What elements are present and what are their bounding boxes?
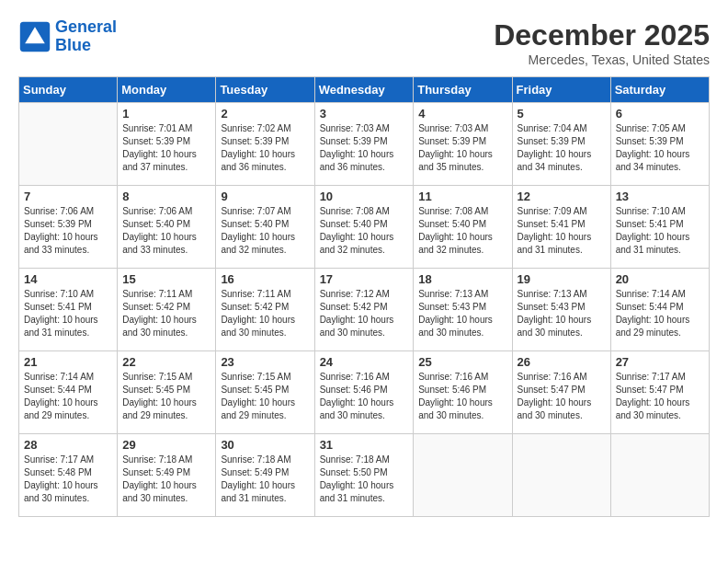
day-number: 1 xyxy=(122,107,210,121)
day-number: 14 xyxy=(24,272,112,286)
weekday-header-wednesday: Wednesday xyxy=(314,77,414,103)
calendar-cell: 7Sunrise: 7:06 AM Sunset: 5:39 PM Daylig… xyxy=(19,186,118,269)
day-number: 27 xyxy=(616,355,704,369)
day-info: Sunrise: 7:18 AM Sunset: 5:50 PM Dayligh… xyxy=(320,454,409,505)
day-number: 16 xyxy=(221,272,309,286)
day-number: 29 xyxy=(122,438,210,452)
title-area: December 2025 Mercedes, Texas, United St… xyxy=(494,18,710,67)
day-number: 21 xyxy=(24,355,112,369)
day-number: 6 xyxy=(616,107,704,121)
calendar-cell: 20Sunrise: 7:14 AM Sunset: 5:44 PM Dayli… xyxy=(610,269,709,351)
day-info: Sunrise: 7:18 AM Sunset: 5:49 PM Dayligh… xyxy=(122,454,210,505)
day-number: 26 xyxy=(518,355,606,369)
weekday-header-row: SundayMondayTuesdayWednesdayThursdayFrid… xyxy=(19,77,710,103)
calendar-cell: 25Sunrise: 7:16 AM Sunset: 5:46 PM Dayli… xyxy=(414,351,512,434)
calendar-cell: 5Sunrise: 7:04 AM Sunset: 5:39 PM Daylig… xyxy=(512,103,610,186)
day-info: Sunrise: 7:10 AM Sunset: 5:41 PM Dayligh… xyxy=(24,288,112,339)
calendar-cell: 21Sunrise: 7:14 AM Sunset: 5:44 PM Dayli… xyxy=(19,351,118,434)
day-info: Sunrise: 7:06 AM Sunset: 5:39 PM Dayligh… xyxy=(24,205,112,257)
day-number: 9 xyxy=(221,190,309,203)
day-info: Sunrise: 7:07 AM Sunset: 5:40 PM Dayligh… xyxy=(221,205,309,257)
day-number: 13 xyxy=(616,190,704,203)
day-number: 19 xyxy=(518,272,606,286)
day-info: Sunrise: 7:05 AM Sunset: 5:39 PM Dayligh… xyxy=(616,122,704,174)
day-info: Sunrise: 7:06 AM Sunset: 5:40 PM Dayligh… xyxy=(122,205,210,257)
day-info: Sunrise: 7:15 AM Sunset: 5:45 PM Dayligh… xyxy=(122,371,210,422)
calendar-cell xyxy=(19,103,118,186)
calendar-cell: 6Sunrise: 7:05 AM Sunset: 5:39 PM Daylig… xyxy=(610,103,709,186)
calendar-cell: 24Sunrise: 7:16 AM Sunset: 5:46 PM Dayli… xyxy=(314,351,414,434)
calendar-cell: 19Sunrise: 7:13 AM Sunset: 5:43 PM Dayli… xyxy=(512,269,610,351)
day-number: 28 xyxy=(24,438,112,452)
calendar-cell: 26Sunrise: 7:16 AM Sunset: 5:47 PM Dayli… xyxy=(512,351,610,434)
day-number: 5 xyxy=(518,107,606,121)
calendar-cell: 28Sunrise: 7:17 AM Sunset: 5:48 PM Dayli… xyxy=(19,434,118,517)
calendar-cell: 13Sunrise: 7:10 AM Sunset: 5:41 PM Dayli… xyxy=(610,186,709,269)
calendar-cell: 1Sunrise: 7:01 AM Sunset: 5:39 PM Daylig… xyxy=(118,103,216,186)
logo: General Blue xyxy=(18,18,117,55)
calendar-week-5: 28Sunrise: 7:17 AM Sunset: 5:48 PM Dayli… xyxy=(19,434,710,517)
day-info: Sunrise: 7:04 AM Sunset: 5:39 PM Dayligh… xyxy=(518,122,606,174)
weekday-header-friday: Friday xyxy=(512,77,610,103)
day-info: Sunrise: 7:08 AM Sunset: 5:40 PM Dayligh… xyxy=(320,205,409,257)
calendar-cell: 15Sunrise: 7:11 AM Sunset: 5:42 PM Dayli… xyxy=(118,269,216,351)
day-info: Sunrise: 7:11 AM Sunset: 5:42 PM Dayligh… xyxy=(122,288,210,339)
day-info: Sunrise: 7:03 AM Sunset: 5:39 PM Dayligh… xyxy=(320,122,409,174)
calendar-cell: 29Sunrise: 7:18 AM Sunset: 5:49 PM Dayli… xyxy=(118,434,216,517)
calendar-cell: 2Sunrise: 7:02 AM Sunset: 5:39 PM Daylig… xyxy=(216,103,314,186)
calendar-cell: 22Sunrise: 7:15 AM Sunset: 5:45 PM Dayli… xyxy=(118,351,216,434)
day-number: 8 xyxy=(122,190,210,203)
day-info: Sunrise: 7:15 AM Sunset: 5:45 PM Dayligh… xyxy=(221,371,309,422)
weekday-header-sunday: Sunday xyxy=(19,77,118,103)
calendar-cell: 9Sunrise: 7:07 AM Sunset: 5:40 PM Daylig… xyxy=(216,186,314,269)
calendar-week-4: 21Sunrise: 7:14 AM Sunset: 5:44 PM Dayli… xyxy=(19,351,710,434)
day-number: 7 xyxy=(24,190,112,203)
day-number: 23 xyxy=(221,355,309,369)
calendar-cell: 17Sunrise: 7:12 AM Sunset: 5:42 PM Dayli… xyxy=(314,269,414,351)
calendar-cell: 14Sunrise: 7:10 AM Sunset: 5:41 PM Dayli… xyxy=(19,269,118,351)
calendar-cell: 31Sunrise: 7:18 AM Sunset: 5:50 PM Dayli… xyxy=(314,434,414,517)
day-info: Sunrise: 7:14 AM Sunset: 5:44 PM Dayligh… xyxy=(24,371,112,422)
day-info: Sunrise: 7:13 AM Sunset: 5:43 PM Dayligh… xyxy=(418,288,506,339)
day-number: 25 xyxy=(418,355,506,369)
calendar-cell: 18Sunrise: 7:13 AM Sunset: 5:43 PM Dayli… xyxy=(414,269,512,351)
calendar-table: SundayMondayTuesdayWednesdayThursdayFrid… xyxy=(18,76,710,517)
weekday-header-thursday: Thursday xyxy=(414,77,512,103)
calendar-cell: 23Sunrise: 7:15 AM Sunset: 5:45 PM Dayli… xyxy=(216,351,314,434)
day-info: Sunrise: 7:14 AM Sunset: 5:44 PM Dayligh… xyxy=(616,288,704,339)
logo-text: General Blue xyxy=(55,18,117,55)
location: Mercedes, Texas, United States xyxy=(494,52,710,67)
logo-icon xyxy=(18,20,51,53)
day-info: Sunrise: 7:01 AM Sunset: 5:39 PM Dayligh… xyxy=(122,122,210,174)
day-info: Sunrise: 7:12 AM Sunset: 5:42 PM Dayligh… xyxy=(320,288,409,339)
calendar-cell: 27Sunrise: 7:17 AM Sunset: 5:47 PM Dayli… xyxy=(610,351,709,434)
day-info: Sunrise: 7:17 AM Sunset: 5:48 PM Dayligh… xyxy=(24,454,112,505)
day-number: 20 xyxy=(616,272,704,286)
weekday-header-monday: Monday xyxy=(118,77,216,103)
day-number: 22 xyxy=(122,355,210,369)
day-number: 12 xyxy=(518,190,606,203)
day-info: Sunrise: 7:02 AM Sunset: 5:39 PM Dayligh… xyxy=(221,122,309,174)
day-number: 3 xyxy=(320,107,409,121)
weekday-header-saturday: Saturday xyxy=(610,77,709,103)
calendar-cell xyxy=(610,434,709,517)
day-info: Sunrise: 7:18 AM Sunset: 5:49 PM Dayligh… xyxy=(221,454,309,505)
calendar-cell: 11Sunrise: 7:08 AM Sunset: 5:40 PM Dayli… xyxy=(414,186,512,269)
calendar-cell: 16Sunrise: 7:11 AM Sunset: 5:42 PM Dayli… xyxy=(216,269,314,351)
calendar-week-3: 14Sunrise: 7:10 AM Sunset: 5:41 PM Dayli… xyxy=(19,269,710,351)
logo-line1: General xyxy=(55,17,117,36)
day-info: Sunrise: 7:17 AM Sunset: 5:47 PM Dayligh… xyxy=(616,371,704,422)
calendar-cell: 30Sunrise: 7:18 AM Sunset: 5:49 PM Dayli… xyxy=(216,434,314,517)
day-info: Sunrise: 7:16 AM Sunset: 5:47 PM Dayligh… xyxy=(518,371,606,422)
calendar-week-2: 7Sunrise: 7:06 AM Sunset: 5:39 PM Daylig… xyxy=(19,186,710,269)
month-title: December 2025 xyxy=(494,18,710,52)
day-info: Sunrise: 7:16 AM Sunset: 5:46 PM Dayligh… xyxy=(320,371,409,422)
logo-line2: Blue xyxy=(55,36,91,54)
day-info: Sunrise: 7:10 AM Sunset: 5:41 PM Dayligh… xyxy=(616,205,704,257)
day-number: 31 xyxy=(320,438,409,452)
day-info: Sunrise: 7:13 AM Sunset: 5:43 PM Dayligh… xyxy=(518,288,606,339)
calendar-cell: 3Sunrise: 7:03 AM Sunset: 5:39 PM Daylig… xyxy=(314,103,414,186)
weekday-header-tuesday: Tuesday xyxy=(216,77,314,103)
calendar-cell xyxy=(414,434,512,517)
day-number: 2 xyxy=(221,107,309,121)
